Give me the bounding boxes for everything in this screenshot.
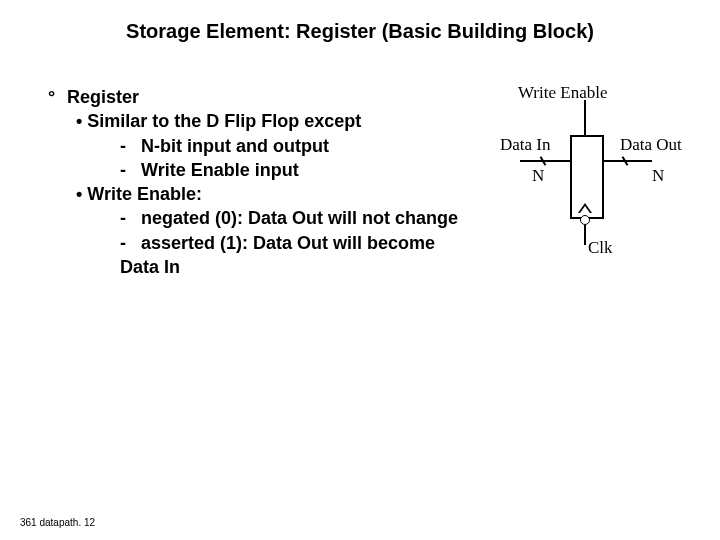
degree-bullet: ° <box>48 85 62 109</box>
bullet-negated: - negated (0): Data Out will not change <box>120 206 478 230</box>
bullet-write-enable: • Write Enable: <box>76 182 478 206</box>
register-label: Register <box>67 87 139 107</box>
clk-bubble <box>580 215 590 225</box>
we-label: Write Enable <box>518 83 607 103</box>
data-out-label: Data Out <box>620 135 682 155</box>
bullet-similar: • Similar to the D Flip Flop except <box>76 109 478 133</box>
data-in-label: Data In <box>500 135 551 155</box>
clk-label: Clk <box>588 238 613 258</box>
slide-footer: 361 datapath. 12 <box>20 517 95 528</box>
bullet-nbit: - N-bit input and output <box>120 134 478 158</box>
body-text: ° Register • Similar to the D Flip Flop … <box>48 85 478 279</box>
bullet-asserted: - asserted (1): Data Out will become Dat… <box>120 231 478 280</box>
n-right-label: N <box>652 166 664 186</box>
line-register: ° Register <box>48 85 478 109</box>
bullet-we-input: - Write Enable input <box>120 158 478 182</box>
register-diagram: Write Enable Data In N Data Out N Clk <box>470 80 700 280</box>
we-wire <box>584 100 586 135</box>
clk-triangle-inner <box>580 206 590 213</box>
slide-title: Storage Element: Register (Basic Buildin… <box>0 20 720 43</box>
n-left-label: N <box>532 166 544 186</box>
clk-wire <box>584 225 586 245</box>
